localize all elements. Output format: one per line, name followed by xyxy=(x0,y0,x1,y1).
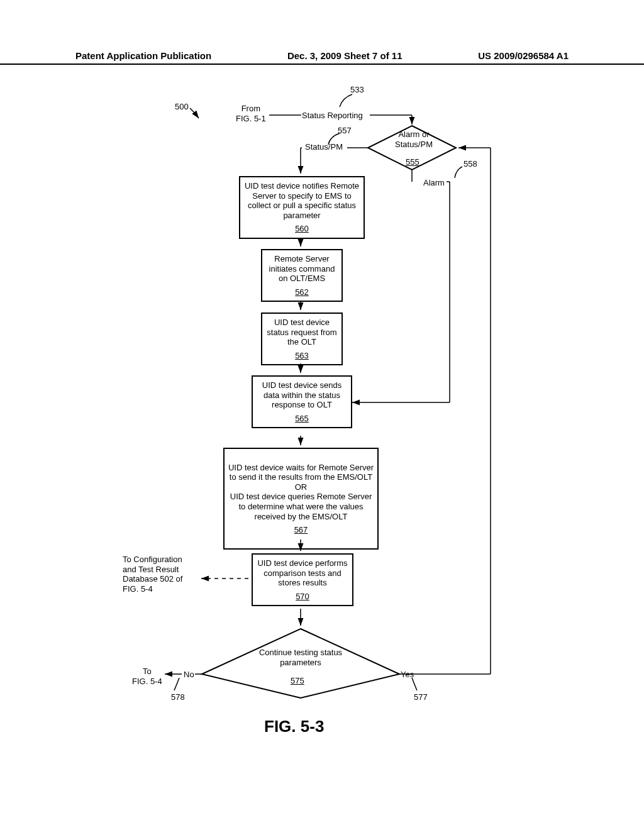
box-565-text: UID test device sends data within the st… xyxy=(262,380,341,409)
decision-555-ref: 555 xyxy=(406,157,419,167)
box-560: UID test device notifies Remote Server t… xyxy=(239,176,365,239)
status-reporting-label: Status Reporting xyxy=(302,111,363,121)
box-570-ref: 570 xyxy=(255,592,350,602)
box-562: Remote Server initiates command on OLT/E… xyxy=(261,249,343,302)
decision-555-text: Alarm or Status/PM xyxy=(389,130,439,149)
alarm-label: Alarm xyxy=(423,178,445,188)
to-config-label: To Configuration and Test Result Databas… xyxy=(123,555,182,594)
box-567-ref: 567 xyxy=(227,525,375,535)
box-570: UID test device performs comparison test… xyxy=(252,553,353,606)
box-567: UID test device waits for Remote Server … xyxy=(223,448,379,550)
to-fig54-label: To FIG. 5-4 xyxy=(132,667,162,686)
header-center: Dec. 3, 2009 Sheet 7 of 11 xyxy=(287,50,402,61)
decision-575-ref: 575 xyxy=(291,676,304,686)
box-560-text: UID test device notifies Remote Server t… xyxy=(245,181,359,220)
ref-558: 558 xyxy=(464,159,477,169)
yes-label: Yes xyxy=(401,670,414,680)
ref-533: 533 xyxy=(350,85,364,95)
no-label: No xyxy=(184,670,194,680)
box-570-text: UID test device performs comparison test… xyxy=(257,558,347,587)
box-565-ref: 565 xyxy=(255,414,348,424)
page-header: Patent Application Publication Dec. 3, 2… xyxy=(0,50,644,65)
header-right: US 2009/0296584 A1 xyxy=(478,50,569,61)
box-562-ref: 562 xyxy=(265,287,339,297)
header-left: Patent Application Publication xyxy=(75,50,211,61)
ref-578: 578 xyxy=(171,692,185,702)
ref-500: 500 xyxy=(175,102,189,112)
figure-label: FIG. 5-3 xyxy=(264,717,324,736)
box-565: UID test device sends data within the st… xyxy=(252,375,352,428)
box-560-ref: 560 xyxy=(243,224,361,234)
decision-575-text: Continue testing status parameters xyxy=(257,648,345,667)
box-563: UID test device status request from the … xyxy=(261,313,343,365)
ref-577: 577 xyxy=(414,692,428,702)
box-562-text: Remote Server initiates command on OLT/E… xyxy=(269,254,335,283)
box-563-text: UID test device status request from the … xyxy=(267,318,336,346)
ref-557: 557 xyxy=(338,126,352,136)
box-567-text: UID test device waits for Remote Server … xyxy=(228,463,374,521)
status-pm-label: Status/PM xyxy=(305,142,343,152)
from-fig-label: From FIG. 5-1 xyxy=(236,104,266,123)
box-563-ref: 563 xyxy=(265,351,339,361)
